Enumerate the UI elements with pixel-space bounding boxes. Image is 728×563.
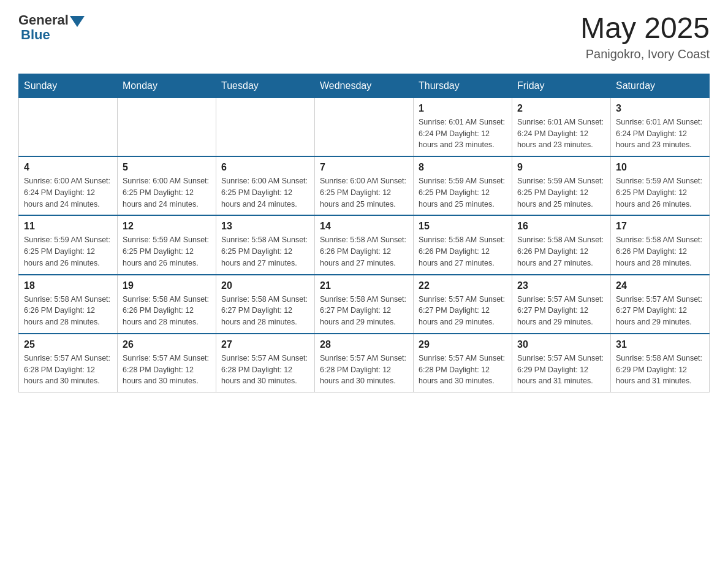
day-info: Sunrise: 5:58 AM Sunset: 6:29 PM Dayligh…: [616, 353, 704, 387]
calendar-day-cell: 10Sunrise: 5:59 AM Sunset: 6:25 PM Dayli…: [611, 156, 710, 215]
calendar-day-cell: [216, 98, 315, 156]
day-number: 12: [123, 221, 211, 232]
calendar-day-cell: 14Sunrise: 5:58 AM Sunset: 6:26 PM Dayli…: [315, 215, 414, 274]
calendar-day-cell: [19, 98, 118, 156]
calendar-day-cell: 16Sunrise: 5:58 AM Sunset: 6:26 PM Dayli…: [512, 215, 611, 274]
day-number: 22: [419, 280, 507, 291]
day-header-wednesday: Wednesday: [315, 74, 414, 98]
calendar-day-cell: 12Sunrise: 5:59 AM Sunset: 6:25 PM Dayli…: [118, 215, 216, 274]
calendar-day-cell: 2Sunrise: 6:01 AM Sunset: 6:24 PM Daylig…: [512, 98, 611, 156]
logo-blue-text: Blue: [18, 27, 50, 43]
day-number: 3: [616, 103, 704, 114]
calendar-week-row: 1Sunrise: 6:01 AM Sunset: 6:24 PM Daylig…: [19, 98, 710, 156]
calendar-day-cell: 4Sunrise: 6:00 AM Sunset: 6:24 PM Daylig…: [19, 156, 118, 215]
calendar-day-cell: 26Sunrise: 5:57 AM Sunset: 6:28 PM Dayli…: [118, 334, 216, 393]
page-header: General Blue May 2025 Panigokro, Ivory C…: [18, 12, 710, 61]
day-number: 25: [24, 339, 112, 350]
day-number: 24: [616, 280, 704, 291]
calendar-day-cell: 24Sunrise: 5:57 AM Sunset: 6:27 PM Dayli…: [611, 275, 710, 334]
day-number: 1: [419, 103, 507, 114]
day-info: Sunrise: 5:57 AM Sunset: 6:28 PM Dayligh…: [320, 353, 408, 387]
calendar-day-cell: 31Sunrise: 5:58 AM Sunset: 6:29 PM Dayli…: [611, 334, 710, 393]
day-info: Sunrise: 5:57 AM Sunset: 6:28 PM Dayligh…: [221, 353, 309, 387]
calendar-day-cell: 18Sunrise: 5:58 AM Sunset: 6:26 PM Dayli…: [19, 275, 118, 334]
day-info: Sunrise: 6:00 AM Sunset: 6:25 PM Dayligh…: [221, 175, 309, 210]
calendar-day-cell: [315, 98, 414, 156]
day-info: Sunrise: 5:59 AM Sunset: 6:25 PM Dayligh…: [616, 175, 704, 210]
day-info: Sunrise: 5:58 AM Sunset: 6:26 PM Dayligh…: [320, 234, 408, 269]
day-info: Sunrise: 5:57 AM Sunset: 6:27 PM Dayligh…: [517, 294, 605, 328]
day-info: Sunrise: 5:57 AM Sunset: 6:27 PM Dayligh…: [616, 294, 704, 328]
calendar-day-cell: 1Sunrise: 6:01 AM Sunset: 6:24 PM Daylig…: [414, 98, 512, 156]
calendar-day-cell: [118, 98, 216, 156]
calendar-day-cell: 6Sunrise: 6:00 AM Sunset: 6:25 PM Daylig…: [216, 156, 315, 215]
day-number: 4: [24, 162, 112, 173]
day-info: Sunrise: 5:58 AM Sunset: 6:26 PM Dayligh…: [24, 294, 112, 328]
day-info: Sunrise: 5:57 AM Sunset: 6:29 PM Dayligh…: [517, 353, 605, 387]
logo: General Blue: [18, 12, 86, 43]
day-number: 13: [221, 221, 309, 232]
day-number: 14: [320, 221, 408, 232]
day-number: 16: [517, 221, 605, 232]
day-info: Sunrise: 6:00 AM Sunset: 6:25 PM Dayligh…: [320, 175, 408, 210]
calendar-day-cell: 15Sunrise: 5:58 AM Sunset: 6:26 PM Dayli…: [414, 215, 512, 274]
calendar-day-cell: 23Sunrise: 5:57 AM Sunset: 6:27 PM Dayli…: [512, 275, 611, 334]
day-info: Sunrise: 6:01 AM Sunset: 6:24 PM Dayligh…: [517, 117, 605, 151]
day-header-sunday: Sunday: [19, 74, 118, 98]
day-info: Sunrise: 5:57 AM Sunset: 6:27 PM Dayligh…: [419, 294, 507, 328]
day-header-monday: Monday: [118, 74, 216, 98]
logo-general-text: General: [18, 12, 69, 28]
day-info: Sunrise: 5:59 AM Sunset: 6:25 PM Dayligh…: [24, 234, 112, 269]
calendar-week-row: 11Sunrise: 5:59 AM Sunset: 6:25 PM Dayli…: [19, 215, 710, 274]
day-number: 20: [221, 280, 309, 291]
calendar-week-row: 18Sunrise: 5:58 AM Sunset: 6:26 PM Dayli…: [19, 275, 710, 334]
day-info: Sunrise: 5:59 AM Sunset: 6:25 PM Dayligh…: [517, 175, 605, 210]
day-number: 10: [616, 162, 704, 173]
day-header-saturday: Saturday: [611, 74, 710, 98]
day-number: 28: [320, 339, 408, 350]
calendar-table: SundayMondayTuesdayWednesdayThursdayFrid…: [18, 74, 710, 393]
day-number: 9: [517, 162, 605, 173]
calendar-day-cell: 27Sunrise: 5:57 AM Sunset: 6:28 PM Dayli…: [216, 334, 315, 393]
calendar-day-cell: 19Sunrise: 5:58 AM Sunset: 6:26 PM Dayli…: [118, 275, 216, 334]
calendar-week-row: 25Sunrise: 5:57 AM Sunset: 6:28 PM Dayli…: [19, 334, 710, 393]
day-info: Sunrise: 5:58 AM Sunset: 6:26 PM Dayligh…: [123, 294, 211, 328]
calendar-day-cell: 29Sunrise: 5:57 AM Sunset: 6:28 PM Dayli…: [414, 334, 512, 393]
calendar-day-cell: 11Sunrise: 5:59 AM Sunset: 6:25 PM Dayli…: [19, 215, 118, 274]
day-number: 8: [419, 162, 507, 173]
day-number: 29: [419, 339, 507, 350]
day-header-friday: Friday: [512, 74, 611, 98]
day-info: Sunrise: 5:59 AM Sunset: 6:25 PM Dayligh…: [419, 175, 507, 210]
day-number: 11: [24, 221, 112, 232]
calendar-day-cell: 13Sunrise: 5:58 AM Sunset: 6:25 PM Dayli…: [216, 215, 315, 274]
day-number: 21: [320, 280, 408, 291]
calendar-day-cell: 9Sunrise: 5:59 AM Sunset: 6:25 PM Daylig…: [512, 156, 611, 215]
day-number: 31: [616, 339, 704, 350]
day-info: Sunrise: 5:58 AM Sunset: 6:27 PM Dayligh…: [320, 294, 408, 328]
location-text: Panigokro, Ivory Coast: [580, 47, 710, 61]
day-header-thursday: Thursday: [414, 74, 512, 98]
title-section: May 2025 Panigokro, Ivory Coast: [580, 12, 710, 61]
day-info: Sunrise: 5:57 AM Sunset: 6:28 PM Dayligh…: [123, 353, 211, 387]
day-info: Sunrise: 5:58 AM Sunset: 6:26 PM Dayligh…: [517, 234, 605, 269]
calendar-day-cell: 30Sunrise: 5:57 AM Sunset: 6:29 PM Dayli…: [512, 334, 611, 393]
day-number: 7: [320, 162, 408, 173]
calendar-day-cell: 20Sunrise: 5:58 AM Sunset: 6:27 PM Dayli…: [216, 275, 315, 334]
day-info: Sunrise: 6:01 AM Sunset: 6:24 PM Dayligh…: [419, 117, 507, 151]
day-number: 19: [123, 280, 211, 291]
day-number: 15: [419, 221, 507, 232]
day-info: Sunrise: 6:00 AM Sunset: 6:24 PM Dayligh…: [24, 175, 112, 210]
month-title: May 2025: [580, 12, 710, 45]
day-number: 6: [221, 162, 309, 173]
calendar-header-row: SundayMondayTuesdayWednesdayThursdayFrid…: [19, 74, 710, 98]
day-info: Sunrise: 5:58 AM Sunset: 6:26 PM Dayligh…: [616, 234, 704, 269]
day-number: 18: [24, 280, 112, 291]
calendar-week-row: 4Sunrise: 6:00 AM Sunset: 6:24 PM Daylig…: [19, 156, 710, 215]
calendar-day-cell: 25Sunrise: 5:57 AM Sunset: 6:28 PM Dayli…: [19, 334, 118, 393]
calendar-day-cell: 7Sunrise: 6:00 AM Sunset: 6:25 PM Daylig…: [315, 156, 414, 215]
day-number: 2: [517, 103, 605, 114]
day-info: Sunrise: 5:58 AM Sunset: 6:27 PM Dayligh…: [221, 294, 309, 328]
day-info: Sunrise: 6:00 AM Sunset: 6:25 PM Dayligh…: [123, 175, 211, 210]
day-info: Sunrise: 5:58 AM Sunset: 6:26 PM Dayligh…: [419, 234, 507, 269]
calendar-day-cell: 22Sunrise: 5:57 AM Sunset: 6:27 PM Dayli…: [414, 275, 512, 334]
